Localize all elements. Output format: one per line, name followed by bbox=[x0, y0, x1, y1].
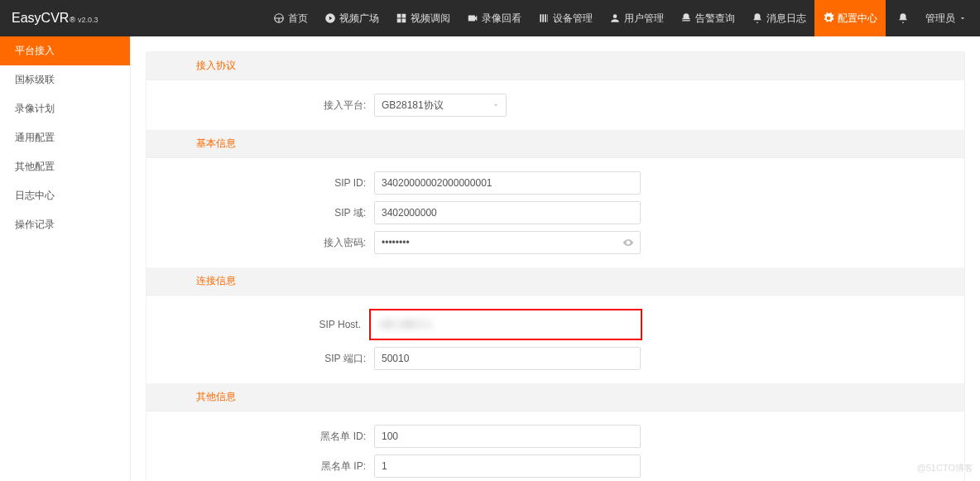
nav-label: 设备管理 bbox=[553, 12, 593, 26]
top-header: EasyCVR® v2.0.3 首页 视频广场 视频调阅 录像回看 设备管理 用… bbox=[0, 0, 980, 36]
nav-home[interactable]: 首页 bbox=[265, 0, 316, 36]
sidebar-item-other-config[interactable]: 其他配置 bbox=[0, 152, 130, 181]
brand-name: EasyCVR bbox=[12, 11, 69, 26]
row-sip-host: SIP Host. 192 168 0 1 bbox=[147, 305, 964, 344]
brand-version: v2.0.3 bbox=[78, 16, 98, 24]
section-basic-body: SIP ID: SIP 域: 接入密码: bbox=[147, 158, 964, 267]
sidebar-item-op-record[interactable]: 操作记录 bbox=[0, 210, 130, 239]
password-input[interactable] bbox=[374, 231, 641, 254]
section-connect-title: 连接信息 bbox=[147, 267, 964, 296]
user-icon bbox=[609, 12, 621, 24]
nav-label: 视频调阅 bbox=[411, 12, 450, 26]
watermark: @51CTO博客 bbox=[917, 462, 973, 474]
nav-user-mgmt[interactable]: 用户管理 bbox=[601, 0, 672, 36]
sip-id-label: SIP ID: bbox=[147, 177, 374, 189]
sip-realm-label: SIP 域: bbox=[147, 206, 374, 220]
nav-label: 告警查询 bbox=[695, 12, 735, 26]
nav-msg-log[interactable]: 消息日志 bbox=[743, 0, 814, 36]
section-connect-body: SIP Host. 192 168 0 1 SIP 端口: bbox=[147, 296, 964, 383]
nav-device-mgmt[interactable]: 设备管理 bbox=[530, 0, 601, 36]
sip-realm-input[interactable] bbox=[374, 201, 641, 224]
admin-menu[interactable]: 管理员 bbox=[920, 0, 980, 36]
nav-video-square[interactable]: 视频广场 bbox=[316, 0, 387, 36]
nav-playback[interactable]: 录像回看 bbox=[459, 0, 530, 36]
section-other-title: 其他信息 bbox=[147, 383, 964, 411]
config-panel: 接入协议 接入平台: GB28181协议 基本信息 SIP ID: SIP 域 bbox=[146, 51, 965, 481]
sip-host-label: SIP Host. bbox=[147, 319, 369, 330]
eye-icon[interactable] bbox=[622, 237, 634, 248]
sip-port-input[interactable] bbox=[374, 347, 641, 370]
section-protocol-body: 接入平台: GB28181协议 bbox=[147, 80, 964, 130]
nav-label: 用户管理 bbox=[624, 12, 664, 26]
layout: 平台接入 国标级联 录像计划 通用配置 其他配置 日志中心 操作记录 接入协议 … bbox=[0, 36, 980, 481]
gear-icon bbox=[823, 12, 834, 24]
notifications-button[interactable] bbox=[886, 0, 920, 36]
brand-reg: ® bbox=[70, 16, 75, 24]
brand-logo: EasyCVR® v2.0.3 bbox=[12, 11, 98, 26]
bars-icon bbox=[538, 12, 550, 24]
sip-port-label: SIP 端口: bbox=[147, 352, 374, 366]
chevron-down-icon bbox=[958, 14, 967, 22]
sip-host-highlight: 192 168 0 1 bbox=[369, 309, 642, 340]
section-other-body: 黑名单 ID: 黑名单 IP: 保存 bbox=[147, 411, 964, 481]
sip-host-value[interactable]: 192 168 0 1 bbox=[376, 319, 431, 330]
nav-label: 消息日志 bbox=[766, 12, 806, 26]
row-password: 接入密码: bbox=[147, 228, 964, 257]
nav-label: 视频广场 bbox=[339, 12, 379, 26]
blacklist-id-label: 黑名单 ID: bbox=[147, 430, 374, 444]
platform-select[interactable]: GB28181协议 bbox=[374, 94, 507, 117]
section-basic-title: 基本信息 bbox=[147, 130, 964, 158]
play-icon bbox=[324, 12, 336, 24]
dashboard-icon bbox=[273, 12, 285, 24]
alarm-icon bbox=[680, 12, 692, 24]
nav-video-preview[interactable]: 视频调阅 bbox=[387, 0, 459, 36]
sidebar-item-record-plan[interactable]: 录像计划 bbox=[0, 94, 130, 123]
nav-alarm-query[interactable]: 告警查询 bbox=[672, 0, 743, 36]
row-platform: 接入平台: GB28181协议 bbox=[147, 90, 964, 120]
sidebar-item-general-config[interactable]: 通用配置 bbox=[0, 123, 130, 152]
nav-label: 配置中心 bbox=[838, 12, 877, 26]
blacklist-ip-input[interactable] bbox=[374, 455, 641, 478]
sidebar-item-log-center[interactable]: 日志中心 bbox=[0, 181, 130, 210]
sidebar-item-gb-cascade[interactable]: 国标级联 bbox=[0, 65, 130, 94]
sip-id-input[interactable] bbox=[374, 171, 641, 195]
blacklist-id-input[interactable] bbox=[374, 425, 641, 448]
row-sip-realm: SIP 域: bbox=[147, 198, 964, 228]
bell-icon bbox=[752, 12, 763, 24]
nav-label: 首页 bbox=[288, 12, 308, 26]
platform-label: 接入平台: bbox=[147, 99, 374, 113]
row-blacklist-id: 黑名单 ID: bbox=[147, 421, 964, 451]
grid-icon bbox=[396, 12, 407, 24]
main-content: 接入协议 接入平台: GB28181协议 基本信息 SIP ID: SIP 域 bbox=[131, 36, 980, 481]
sidebar: 平台接入 国标级联 录像计划 通用配置 其他配置 日志中心 操作记录 bbox=[0, 36, 131, 481]
chevron-down-icon bbox=[492, 101, 500, 109]
nav-config-center[interactable]: 配置中心 bbox=[814, 0, 886, 36]
password-label: 接入密码: bbox=[147, 236, 374, 250]
camera-icon bbox=[467, 12, 478, 24]
row-blacklist-ip: 黑名单 IP: bbox=[147, 451, 964, 481]
admin-label: 管理员 bbox=[925, 12, 955, 26]
section-protocol-title: 接入协议 bbox=[147, 52, 964, 80]
top-nav: 首页 视频广场 视频调阅 录像回看 设备管理 用户管理 告警查询 消息日志 配置… bbox=[265, 0, 980, 36]
nav-label: 录像回看 bbox=[482, 12, 521, 26]
blacklist-ip-label: 黑名单 IP: bbox=[147, 459, 374, 474]
platform-value: GB28181协议 bbox=[374, 94, 507, 117]
sidebar-item-platform-access[interactable]: 平台接入 bbox=[0, 36, 130, 65]
row-sip-port: SIP 端口: bbox=[147, 344, 964, 373]
row-sip-id: SIP ID: bbox=[147, 168, 964, 198]
